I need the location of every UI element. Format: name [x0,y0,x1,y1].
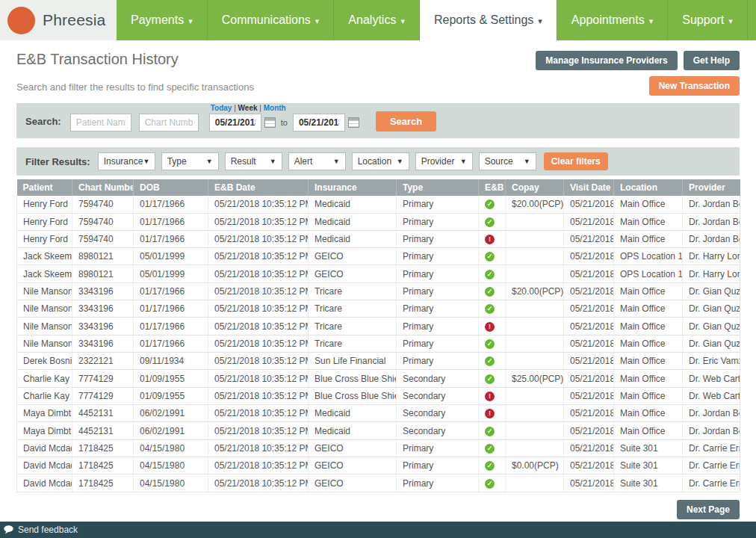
cell-chart-number: 3343196 [72,335,134,352]
patient-name-input[interactable] [70,114,131,132]
cell-chart-number: 7594740 [72,230,134,247]
app-window: Phreesia Payments▾Communications▾Analyti… [0,0,756,538]
next-page-button[interactable]: Next Page [677,500,740,519]
column-header-patient: Patient [17,179,72,196]
chevron-down-icon: ▼ [270,158,276,165]
filter-dropdown-result[interactable]: Result▼ [225,152,282,170]
eb-success-icon: ✓ [485,217,495,227]
cell-location: Main Office [614,300,683,318]
cell-location: Suite 301 [614,474,683,492]
cell-provider: Dr. Jordan Bel [683,230,740,247]
eb-success-icon: ✓ [485,356,495,366]
table-row: Charlie Kay777412901/09/195505/21/2018 1… [17,387,740,404]
filter-dropdown-provider[interactable]: Provider▼ [415,152,473,170]
nav-item-reports-settings[interactable]: Reports & Settings▾ [419,0,557,40]
eb-alert-icon: ! [485,409,495,418]
manage-insurance-providers-button[interactable]: Manage Insurance Providers [536,51,677,70]
chevron-down-icon: ▾ [400,16,405,26]
date-to-input[interactable] [293,114,345,132]
search-button[interactable]: Search [376,111,436,132]
filter-dropdown-location[interactable]: Location▼ [352,152,409,170]
nav-item-communications[interactable]: Communications▾ [207,0,334,40]
filter-dropdown-type[interactable]: Type▼ [161,152,219,170]
cell-chart-number: 4452131 [72,422,134,439]
user-menu[interactable]: Phreesia OW Derek Fren▾ [747,0,756,40]
cell-visit-date: 05/21/2018 [564,405,614,422]
cell-patient: Jack Skeem [17,265,72,282]
cell-eb-date: 05/21/2018 10:35:12 PM [208,439,309,457]
cell-visit-date: 05/21/2018 [564,213,614,230]
cell-eb: ✓ [479,335,506,352]
cell-patient: David Mcdad [17,457,72,474]
cell-copay [506,318,564,335]
brand-logo[interactable]: Phreesia [0,0,117,40]
calendar-icon[interactable] [348,117,359,128]
brand-name: Phreesia [43,11,105,29]
cell-visit-date: 05/21/2018 [564,457,614,474]
cell-eb-date: 05/21/2018 10:35:12 PM [208,370,309,387]
cell-location: Main Office [614,230,683,247]
cell-location: Main Office [614,353,683,370]
eb-success-icon: ✓ [485,270,495,279]
dropdown-label: Location [358,156,391,167]
nav-items: Payments▾Communications▾Analytics▾Report… [117,0,747,40]
filter-dropdown-source[interactable]: Source▼ [479,152,536,170]
quick-link-week[interactable]: Week [232,104,257,112]
filter-dropdown-alert[interactable]: Alert▼ [288,152,346,170]
cell-eb-date: 05/21/2018 10:35:12 PM [208,387,309,404]
date-from-input[interactable] [209,114,261,132]
cell-location: Suite 301 [614,457,683,474]
nav-item-support[interactable]: Support▾ [667,0,747,40]
table-row: Charlie Kay777412901/09/195505/21/2018 1… [17,370,740,387]
cell-dob: 01/09/1955 [134,387,208,404]
cell-visit-date: 05/21/2018 [564,230,614,247]
cell-provider: Dr. Web Cartrid [683,370,740,387]
search-label: Search: [25,116,61,127]
chevron-down-icon: ▾ [728,16,733,26]
chart-number-input[interactable] [139,114,199,132]
cell-insurance: Medicaid [309,213,397,230]
search-panel: Search: TodayWeekMonth to Search [16,103,740,138]
cell-eb: ! [479,405,506,422]
send-feedback-link[interactable]: Send feedback [18,525,78,535]
filter-panel: Filter Results: Insurance▼Type▼Result▼Al… [16,147,740,176]
table-row: Nile Manson334319601/17/196605/21/2018 1… [17,335,740,352]
table-row: Jack Skeem898012105/01/199905/21/2018 10… [17,265,740,282]
column-header-eb: E&B [479,179,506,196]
get-help-button[interactable]: Get Help [684,51,740,70]
filter-dropdown-insurance[interactable]: Insurance▼ [98,152,155,170]
cell-type: Primary [397,248,479,265]
cell-patient: Nile Manson [17,282,72,300]
clear-filters-button[interactable]: Clear filters [544,152,608,170]
quick-link-today[interactable]: Today [211,104,232,112]
cell-type: Primary [397,300,479,318]
nav-item-analytics[interactable]: Analytics▾ [333,0,419,40]
cell-provider: Dr. Carrie Erno [683,439,740,457]
cell-type: Secondary [397,370,479,387]
cell-copay [506,300,564,318]
cell-dob: 04/15/1980 [134,439,208,457]
cell-dob: 01/17/1966 [134,335,208,352]
cell-visit-date: 05/21/2018 [564,318,614,335]
chevron-down-icon: ▼ [460,158,467,165]
cell-eb: ✓ [479,474,506,492]
cell-type: Primary [397,265,479,282]
page-header: E&B Transaction History Search and filte… [0,40,756,103]
eb-alert-icon: ! [485,322,495,332]
dropdown-label: Source [485,156,513,167]
nav-item-payments[interactable]: Payments▾ [117,0,207,40]
cell-eb: ✓ [479,457,506,474]
cell-visit-date: 05/21/2018 [564,300,614,318]
nav-item-appointments[interactable]: Appointments▾ [557,0,667,40]
page-subtitle: Search and filter the results to find sp… [16,81,254,93]
eb-alert-icon: ! [485,392,495,401]
quick-link-month[interactable]: Month [258,104,286,112]
cell-visit-date: 05/21/2018 [564,474,614,492]
cell-location: Suite 301 [614,439,683,457]
new-transaction-button[interactable]: New Transaction [649,76,740,96]
cell-eb-date: 05/21/2018 10:35:12 PM [208,353,309,370]
cell-eb: ✓ [479,370,506,387]
table-row: Nile Manson334319601/17/196605/21/2018 1… [17,300,740,318]
calendar-icon[interactable] [264,117,276,128]
cell-chart-number: 7594740 [72,196,134,213]
